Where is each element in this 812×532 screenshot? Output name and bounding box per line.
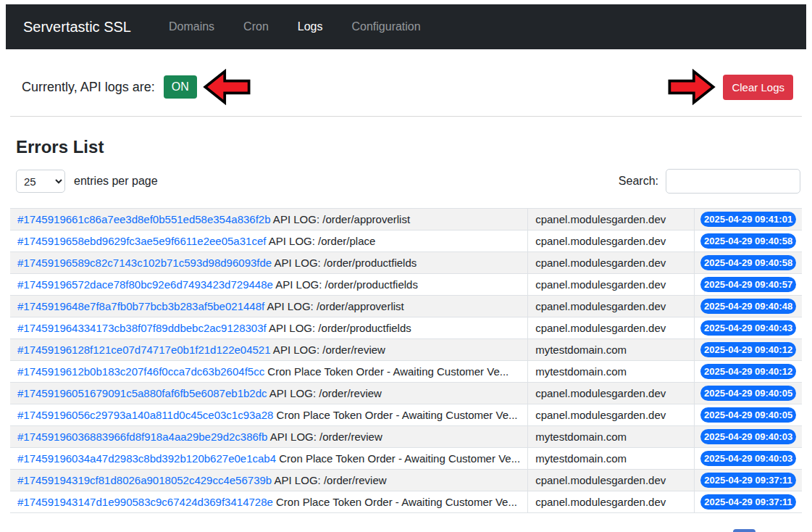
page-size-select[interactable]: 25 (16, 170, 65, 193)
log-message-cell: #17459196056c29793a140a811d0c45ce03c1c93… (10, 404, 528, 426)
log-message-cell: #1745919648e7f8a7fb0b77bcb3b283af5be0214… (10, 296, 528, 317)
divider (10, 116, 802, 117)
log-id-link[interactable]: #17459196034a47d2983c8bd392b120b627e0e1c… (17, 452, 276, 465)
table-row: #174591943147d1e990583c9c67424d369f34147… (10, 491, 802, 513)
log-id-link[interactable]: #17459196036883966fd8f918a4aa29be29d2c38… (17, 431, 267, 443)
timestamp-badge: 2025-04-29 09:40:05 (700, 386, 796, 401)
timestamp-badge: 2025-04-29 09:37:11 (700, 473, 796, 488)
log-id-link[interactable]: #17459196572dace78f80bc92e6d7493423d7294… (17, 278, 273, 291)
timestamp-badge: 2025-04-29 09:40:58 (700, 233, 796, 249)
timestamp-badge: 2025-04-29 09:40:05 (700, 407, 796, 423)
log-domain-cell: mytestdomain.com (528, 448, 695, 470)
log-timestamp-cell: 2025-04-29 09:40:03 (695, 426, 802, 448)
log-id-link[interactable]: #1745919648e7f8a7fb0b77bcb3b283af5be0214… (17, 300, 264, 312)
log-domain-cell: cpanel.modulesgarden.dev (528, 317, 695, 339)
api-logs-status-bar: Currently, API logs are: ON Clear Logs (10, 68, 802, 106)
log-domain-cell: cpanel.modulesgarden.dev (528, 383, 695, 404)
log-timestamp-cell: 2025-04-29 09:40:12 (695, 361, 802, 383)
table-row: #17459196036883966fd8f918a4aa29be29d2c38… (10, 426, 802, 448)
clear-logs-button[interactable]: Clear Logs (723, 75, 793, 100)
timestamp-badge: 2025-04-29 09:40:48 (700, 299, 796, 314)
timestamp-badge: 2025-04-29 09:40:03 (700, 429, 796, 444)
pagination-page-1-button[interactable]: 1 (733, 529, 756, 532)
timestamp-badge: 2025-04-29 09:40:12 (700, 364, 796, 379)
log-domain-cell: cpanel.modulesgarden.dev (528, 274, 695, 296)
log-timestamp-cell: 2025-04-29 09:40:48 (695, 296, 802, 317)
log-timestamp-cell: 2025-04-29 09:40:58 (695, 230, 802, 252)
log-message-cell: #17459194319cf81d8026a9018052c429cc4e567… (10, 470, 528, 491)
log-domain-cell: cpanel.modulesgarden.dev (528, 470, 695, 491)
log-timestamp-cell: 2025-04-29 09:37:11 (695, 470, 802, 491)
table-row: #17459196572dace78f80bc92e6d7493423d7294… (10, 274, 802, 296)
log-timestamp-cell: 2025-04-29 09:40:03 (695, 448, 802, 470)
table-row: #17459194319cf81d8026a9018052c429cc4e567… (10, 470, 802, 491)
log-message-cell: #1745919612b0b183c207f46f0cca7dc63b2604f… (10, 361, 528, 383)
log-message-cell: #17459196036883966fd8f918a4aa29be29d2c38… (10, 426, 528, 448)
page-title: Errors List (16, 137, 802, 157)
log-message-cell: #17459196572dace78f80bc92e6d7493423d7294… (10, 274, 528, 296)
table-row: #1745919658ebd9629fc3ae5e9f6611e2ee05a31… (10, 230, 802, 252)
pagination-prev-button[interactable]: ‹ (710, 529, 729, 532)
log-domain-cell: cpanel.modulesgarden.dev (528, 209, 695, 230)
log-id-link[interactable]: #1745919658ebd9629fc3ae5e9f6611e2ee05a31… (17, 235, 266, 247)
log-id-link[interactable]: #1745919661c86a7ee3d8ef0b551ed58e354a836… (17, 213, 271, 225)
timestamp-badge: 2025-04-29 09:40:12 (700, 342, 796, 357)
timestamp-badge: 2025-04-29 09:40:03 (700, 451, 796, 466)
log-domain-cell: mytestdomain.com (528, 426, 695, 448)
log-message-cell: #17459196128f121ce07d74717e0b1f21d122e04… (10, 339, 528, 361)
log-timestamp-cell: 2025-04-29 09:37:11 (695, 491, 802, 513)
search-input[interactable] (666, 169, 800, 194)
pagination: « ‹ 1 › » (687, 529, 802, 532)
logs-table: #1745919661c86a7ee3d8ef0b551ed58e354a836… (10, 208, 802, 513)
log-domain-cell: cpanel.modulesgarden.dev (528, 252, 695, 274)
log-id-link[interactable]: #17459196056c29793a140a811d0c45ce03c1c93… (17, 409, 273, 421)
log-timestamp-cell: 2025-04-29 09:40:12 (695, 339, 802, 361)
log-message-cell: #174591964334173cb38f07f89ddbebc2ac91283… (10, 317, 528, 339)
log-id-link[interactable]: #174591943147d1e990583c9c67424d369f34147… (17, 496, 273, 508)
log-id-link[interactable]: #17459194319cf81d8026a9018052c429cc4e567… (17, 474, 272, 486)
table-controls: 25 entries per page Search: (16, 169, 800, 194)
api-logs-status-label: Currently, API logs are: (22, 80, 155, 95)
log-domain-cell: cpanel.modulesgarden.dev (528, 491, 695, 513)
main-content: Currently, API logs are: ON Clear Logs E… (0, 68, 812, 532)
timestamp-badge: 2025-04-29 09:40:57 (700, 277, 796, 292)
log-message-cell: #17459196034a47d2983c8bd392b120b627e0e1c… (10, 448, 528, 470)
log-domain-cell: cpanel.modulesgarden.dev (528, 230, 695, 252)
log-id-link[interactable]: #17459196051679091c5a880faf6fb5e6087eb1b… (17, 387, 267, 399)
pagination-last-button[interactable]: » (783, 529, 802, 532)
log-domain-cell: mytestdomain.com (528, 361, 695, 383)
log-timestamp-cell: 2025-04-29 09:40:05 (695, 383, 802, 404)
table-row: #17459196056c29793a140a811d0c45ce03c1c93… (10, 404, 802, 426)
nav-item-cron[interactable]: Cron (243, 20, 269, 33)
log-id-link[interactable]: #174591964334173cb38f07f89ddbebc2ac91283… (17, 322, 267, 334)
api-logs-on-button[interactable]: ON (164, 75, 197, 99)
timestamp-badge: 2025-04-29 09:40:58 (700, 255, 796, 270)
nav-item-configuration[interactable]: Configuration (351, 20, 420, 33)
log-timestamp-cell: 2025-04-29 09:41:01 (695, 209, 802, 230)
log-message-cell: #17459196589c82c7143c102b71c593d98d96093… (10, 252, 528, 274)
log-message-cell: #174591943147d1e990583c9c67424d369f34147… (10, 491, 528, 513)
timestamp-badge: 2025-04-29 09:41:01 (700, 212, 796, 227)
table-row: #1745919648e7f8a7fb0b77bcb3b283af5be0214… (10, 296, 802, 317)
log-id-link[interactable]: #17459196128f121ce07d74717e0b1f21d122e04… (17, 344, 271, 356)
timestamp-badge: 2025-04-29 09:37:11 (700, 494, 796, 510)
table-row: #1745919661c86a7ee3d8ef0b551ed58e354a836… (10, 209, 802, 230)
pagination-next-button[interactable]: › (760, 529, 779, 532)
timestamp-badge: 2025-04-29 09:40:43 (700, 320, 796, 336)
nav-item-domains[interactable]: Domains (169, 20, 214, 33)
table-row: #17459196051679091c5a880faf6fb5e6087eb1b… (10, 383, 802, 404)
log-id-link[interactable]: #17459196589c82c7143c102b71c593d98d96093… (17, 257, 272, 269)
log-timestamp-cell: 2025-04-29 09:40:43 (695, 317, 802, 339)
table-row: #17459196589c82c7143c102b71c593d98d96093… (10, 252, 802, 274)
log-id-link[interactable]: #1745919612b0b183c207f46f0cca7dc63b2604f… (17, 365, 264, 378)
nav-item-logs[interactable]: Logs (298, 20, 323, 33)
brand-logo[interactable]: Servertastic SSL (23, 19, 131, 36)
pagination-first-button[interactable]: « (687, 529, 706, 532)
table-row: #174591964334173cb38f07f89ddbebc2ac91283… (10, 317, 802, 339)
log-domain-cell: cpanel.modulesgarden.dev (528, 404, 695, 426)
nav-links: DomainsCronLogsConfiguration (169, 20, 421, 33)
log-domain-cell: mytestdomain.com (528, 339, 695, 361)
navbar: Servertastic SSL DomainsCronLogsConfigur… (6, 4, 806, 49)
table-row: #1745919612b0b183c207f46f0cca7dc63b2604f… (10, 361, 802, 383)
table-row: #17459196034a47d2983c8bd392b120b627e0e1c… (10, 448, 802, 470)
